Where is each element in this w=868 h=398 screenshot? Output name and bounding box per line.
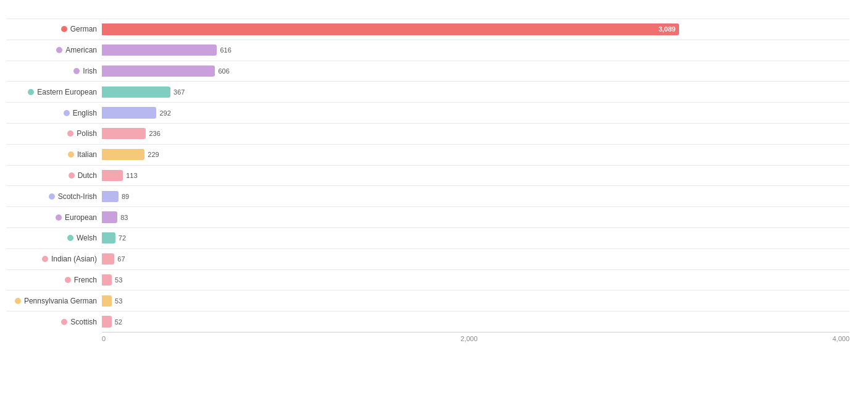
label-dot: [68, 151, 74, 158]
bar-row: American 616: [6, 40, 849, 61]
label-dot: [61, 319, 67, 325]
label-text: Indian (Asian): [51, 255, 97, 263]
bar-track: 3,089: [102, 21, 849, 38]
bar-row: Scottish 52: [6, 311, 849, 332]
x-tick: 0: [102, 335, 106, 342]
bar-track: 52: [102, 313, 849, 330]
label-dot: [64, 110, 70, 116]
bar-track: 113: [102, 167, 849, 184]
bar-label: Scotch-Irish: [6, 192, 102, 201]
bars-section: German 3,089 American 616 Irish: [6, 19, 849, 332]
x-tick: 4,000: [832, 335, 849, 342]
bar-fill: [102, 253, 114, 265]
label-dot: [67, 235, 73, 241]
bar-label: Pennsylvania German: [6, 297, 102, 305]
label-dot: [42, 256, 48, 262]
bar-label: English: [6, 109, 102, 117]
bar-label: American: [6, 46, 102, 54]
bar-track: 72: [102, 230, 849, 247]
label-text: European: [65, 213, 97, 222]
label-dot: [61, 26, 67, 32]
label-text: Eastern European: [37, 88, 97, 96]
bar-fill: [102, 66, 215, 77]
bar-row: European 83: [6, 206, 849, 227]
bar-track: 606: [102, 63, 849, 80]
bar-track: 236: [102, 125, 849, 142]
bar-row: English 292: [6, 102, 849, 123]
bar-row: Scotch-Irish 89: [6, 185, 849, 206]
bar-label: Dutch: [6, 171, 102, 180]
label-text: Pennsylvania German: [24, 297, 97, 305]
label-text: Polish: [77, 129, 97, 138]
bar-label: Welsh: [6, 234, 102, 242]
label-dot: [69, 172, 75, 179]
bar-fill: [102, 107, 156, 118]
bar-track: 89: [102, 188, 849, 205]
label-dot: [15, 298, 21, 304]
label-text: French: [74, 276, 97, 284]
label-dot: [67, 130, 73, 137]
x-axis: 02,0004,000: [102, 332, 849, 342]
bar-label: French: [6, 276, 102, 284]
label-dot: [73, 68, 80, 74]
bar-track: 67: [102, 251, 849, 268]
x-tick: 2,000: [461, 335, 478, 342]
bar-fill: [102, 232, 115, 243]
bar-label: Scottish: [6, 318, 102, 326]
label-text: Irish: [83, 67, 97, 75]
bar-fill: [102, 44, 217, 56]
bar-label: Polish: [6, 129, 102, 138]
bar-fill: [102, 191, 119, 202]
bar-row: Pennsylvania German 53: [6, 290, 849, 311]
label-text: Dutch: [78, 171, 97, 180]
label-text: Scotch-Irish: [58, 192, 97, 201]
label-dot: [65, 277, 71, 283]
bar-row: Irish 606: [6, 61, 849, 82]
label-dot: [49, 193, 55, 200]
bar-row: Eastern European 367: [6, 81, 849, 102]
label-dot: [28, 89, 34, 95]
bar-fill: [102, 87, 170, 98]
bar-track: 292: [102, 104, 849, 121]
chart-container: German 3,089 American 616 Irish: [0, 0, 868, 398]
label-dot: [56, 47, 62, 53]
bar-track: 53: [102, 272, 849, 289]
bar-track: 616: [102, 42, 849, 59]
bar-fill: [102, 211, 117, 222]
bar-row: Polish 236: [6, 123, 849, 144]
bar-fill: 3,089: [102, 23, 679, 35]
bar-label: Italian: [6, 150, 102, 159]
label-text: American: [65, 46, 97, 54]
bar-row: Italian 229: [6, 144, 849, 165]
bar-row: Dutch 113: [6, 165, 849, 186]
bar-track: 83: [102, 209, 849, 226]
label-text: Italian: [77, 150, 97, 159]
bar-fill: [102, 295, 112, 307]
bar-fill: [102, 149, 144, 160]
bar-label: Irish: [6, 67, 102, 75]
label-text: Welsh: [77, 234, 97, 242]
bar-label: Eastern European: [6, 88, 102, 96]
bar-row: German 3,089: [6, 19, 849, 40]
bar-fill: [102, 128, 146, 139]
bar-row: French 53: [6, 269, 849, 290]
bar-label: German: [6, 25, 102, 33]
bar-fill: [102, 170, 123, 181]
bar-row: Indian (Asian) 67: [6, 248, 849, 269]
bar-row: Welsh 72: [6, 227, 849, 248]
label-text: Scottish: [70, 318, 97, 326]
bar-label: Indian (Asian): [6, 255, 102, 263]
bar-fill: [102, 274, 112, 286]
bar-track: 53: [102, 292, 849, 309]
bar-track: 229: [102, 146, 849, 163]
chart-area: German 3,089 American 616 Irish: [6, 19, 849, 342]
bar-fill: [102, 316, 112, 327]
label-text: German: [70, 25, 97, 33]
label-text: English: [73, 109, 97, 117]
bar-label: European: [6, 213, 102, 222]
label-dot: [56, 214, 62, 221]
bar-track: 367: [102, 83, 849, 100]
